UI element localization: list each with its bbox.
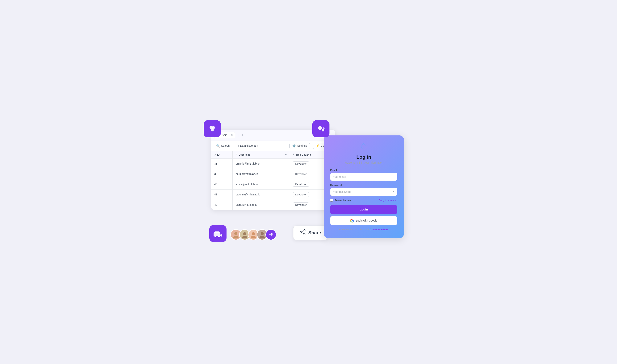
- svg-rect-6: [215, 231, 219, 233]
- password-toggle-icon[interactable]: 👁: [392, 190, 395, 194]
- cell-email: carolina@mitralab.io: [233, 189, 290, 200]
- tab-add-button[interactable]: +: [242, 133, 244, 137]
- svg-point-19: [304, 233, 305, 235]
- share-button[interactable]: Share: [293, 225, 327, 240]
- table-row: 40 leticia@mitralab.io Developer: [211, 179, 335, 189]
- email-group: Email: [330, 169, 397, 181]
- settings-label: Settings: [297, 144, 307, 147]
- settings-button[interactable]: ⚙️ Settings: [289, 143, 310, 149]
- svg-point-16: [261, 232, 264, 235]
- cell-id: 38: [211, 158, 233, 169]
- tab-divider: ||: [238, 133, 239, 137]
- share-icon: [300, 229, 306, 236]
- cell-email: leticia@mitralab.io: [233, 179, 290, 189]
- cell-email: clara @mitralab.io: [233, 200, 290, 210]
- dictionary-icon: ⊟: [236, 144, 239, 148]
- tab-dropdown-icon[interactable]: ▾: [229, 134, 230, 136]
- avatar-group: +5: [230, 229, 276, 240]
- google-login-button[interactable]: Login with Google: [330, 216, 397, 225]
- search-button[interactable]: 🔍 Search: [214, 143, 232, 149]
- col-id-header: A ID: [211, 151, 233, 159]
- login-subtitle: Walcome! Fill in your information: [330, 161, 397, 164]
- settings-icon: ⚙️: [292, 144, 296, 148]
- connect-icon: ⚡: [316, 144, 320, 148]
- cell-id: 41: [211, 189, 233, 200]
- email-input[interactable]: [330, 173, 397, 181]
- forgot-password-link[interactable]: Forgot password: [379, 199, 397, 202]
- google-login-label: Login with Google: [356, 219, 377, 222]
- password-wrapper: 👁: [330, 188, 397, 196]
- login-button[interactable]: Login: [330, 205, 397, 214]
- table-row: 41 carolina@mitralab.io Developer: [211, 189, 335, 200]
- toolbar: 🔍 Search ⊟ Data dictionary ⚙️ Settings ⚡…: [211, 141, 335, 151]
- col-desc-header: A Descrição ▾: [233, 151, 290, 159]
- tab-close-icon[interactable]: ✕: [231, 134, 233, 136]
- search-icon: 🔍: [216, 144, 220, 148]
- svg-line-21: [302, 231, 304, 232]
- search-label: Search: [221, 144, 230, 147]
- col-desc-type-icon: A: [236, 153, 237, 156]
- cell-email: antonio@mitralab.io: [233, 158, 290, 169]
- signup-text: Don't have an account yet? Create one he…: [330, 228, 397, 231]
- data-table: A ID A Descrição ▾ ↳: [211, 151, 335, 210]
- cell-id: 42: [211, 200, 233, 210]
- svg-point-14: [252, 232, 255, 235]
- svg-point-3: [318, 126, 322, 130]
- share-label: Share: [308, 230, 321, 235]
- table-row: 39 sergio@mitralab.io Developer: [211, 169, 335, 179]
- create-account-link[interactable]: Create one here: [370, 228, 388, 231]
- svg-point-10: [234, 232, 237, 235]
- svg-point-15: [251, 236, 256, 238]
- login-title: Log in: [330, 154, 397, 160]
- table-row: 42 clara @mitralab.io Developer: [211, 200, 335, 210]
- cell-email: sergio@mitralab.io: [233, 169, 290, 179]
- col-type-type-icon: ↳: [293, 153, 295, 156]
- col-desc-label: Descrição: [238, 153, 250, 156]
- email-label: Email: [330, 169, 397, 172]
- password-input[interactable]: [330, 188, 397, 196]
- cell-id: 39: [211, 169, 233, 179]
- password-label: Password: [330, 184, 397, 187]
- login-panel: Log in Walcome! Fill in your information…: [324, 135, 404, 238]
- remember-me-label[interactable]: Remember me: [330, 199, 351, 202]
- data-dictionary-button[interactable]: ⊟ Data dictionary: [234, 143, 260, 149]
- svg-point-13: [242, 236, 247, 238]
- col-id-type-icon: A: [214, 153, 216, 156]
- svg-point-9: [220, 234, 222, 236]
- svg-point-18: [304, 230, 305, 231]
- cell-id: 40: [211, 179, 233, 189]
- type-badge: Developer: [293, 182, 309, 187]
- password-group: Password 👁: [330, 184, 397, 196]
- col-filter-icon[interactable]: ▾: [285, 153, 287, 156]
- avatar-count: +5: [265, 229, 276, 240]
- svg-point-12: [243, 232, 246, 235]
- type-badge: Developer: [293, 161, 309, 166]
- type-badge: Developer: [293, 202, 309, 207]
- svg-point-2: [211, 128, 214, 131]
- svg-rect-4: [322, 129, 324, 131]
- database-panel: ⊟ Users ▾ ✕ || + 🔍 Search ⊟ Data diction…: [211, 130, 335, 210]
- table-row: 38 antonio@mitralab.io Developer: [211, 158, 335, 169]
- svg-point-11: [233, 236, 238, 238]
- svg-line-22: [302, 233, 304, 234]
- svg-point-20: [300, 232, 302, 233]
- remember-row: Remember me Forgot password: [330, 199, 397, 202]
- remember-checkbox[interactable]: [330, 199, 333, 202]
- type-badge: Developer: [293, 172, 309, 176]
- svg-point-17: [260, 236, 265, 238]
- tab-label: Users: [220, 133, 227, 137]
- col-id-label: ID: [217, 153, 220, 156]
- login-logo: [330, 143, 397, 151]
- data-dictionary-label: Data dictionary: [240, 144, 258, 147]
- col-type-label: Tipo Usuário: [296, 153, 311, 156]
- type-badge: Developer: [293, 192, 309, 197]
- app-icon-left[interactable]: [204, 120, 221, 137]
- remember-text: Remember me: [334, 199, 351, 202]
- app-icon-bottom[interactable]: [209, 225, 227, 242]
- app-icon-right[interactable]: [312, 120, 329, 137]
